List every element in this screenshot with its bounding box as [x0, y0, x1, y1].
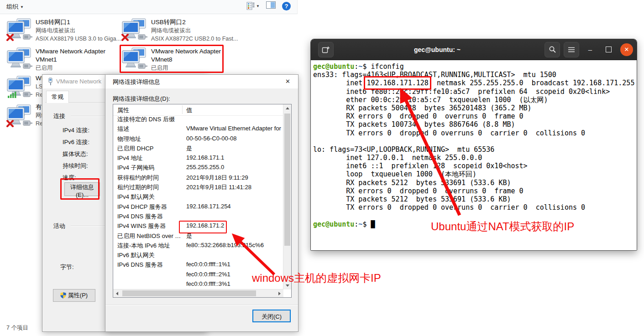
- connection-detail-label: IPv4 连接:: [63, 126, 89, 134]
- close-icon[interactable]: ✕: [277, 75, 298, 88]
- property-name: IPv4 子网掩码: [113, 164, 183, 172]
- property-value: 192.168.171.1: [183, 154, 224, 161]
- organize-menu-button[interactable]: 组织▼: [6, 3, 24, 11]
- view-options-button[interactable]: ▼: [246, 1, 260, 10]
- scroll-up-button[interactable]: [283, 104, 291, 112]
- minimize-button[interactable]: –: [583, 42, 597, 57]
- details-list-header: 属性 值: [113, 104, 283, 116]
- connection-details-dialog: 网络连接详细信息 ✕ 网络连接详细信息(D): 属性 值 连接特定的 DNS 后…: [105, 74, 298, 332]
- horizontal-scrollbar[interactable]: [113, 289, 283, 297]
- terminal-line: inet 127.0.0.1 netmask 255.0.0.0: [313, 154, 637, 162]
- terminal-line: inet 192.168.171.128 netmask 255.255.255…: [313, 79, 637, 87]
- terminal-cursor: █: [371, 220, 375, 228]
- property-row[interactable]: 已启用 DHCP是: [113, 145, 283, 154]
- column-property: 属性: [117, 106, 129, 114]
- preview-pane-icon: [266, 1, 276, 9]
- close-button[interactable]: 关闭(C): [252, 310, 291, 322]
- uac-shield-icon: [60, 292, 67, 299]
- adapter-item[interactable]: USB转网口2网络电缆被拔出ASIX AX88772C USB2.0 to Fa…: [151, 18, 247, 43]
- adapter-status-text: 已启用: [36, 64, 117, 72]
- property-value: 2021年9月18日 9:11:29: [183, 174, 248, 182]
- property-row[interactable]: IPv4 子网掩码255.255.255.0: [113, 164, 283, 173]
- preview-pane-button[interactable]: [266, 1, 276, 10]
- adapter-item[interactable]: USB转网口1网络电缆被拔出ASIX AX88179 USB 3.0 to Gi…: [36, 18, 131, 43]
- connection-detail-label: 持续时间:: [63, 162, 88, 170]
- close-button[interactable]: ✕: [620, 43, 633, 56]
- property-value: VMware Virtual Ethernet Adapter for: [183, 125, 281, 132]
- search-icon: [549, 46, 556, 53]
- properties-button[interactable]: 属性(P): [53, 289, 95, 302]
- network-device-icon: [47, 78, 53, 88]
- menu-button[interactable]: [564, 42, 579, 57]
- terminal-line: inet6 ::1 prefixlen 128 scopeid 0x10<hos…: [313, 162, 637, 170]
- property-name: IPv6 DNS 服务器: [113, 261, 183, 269]
- status-dialog-title: VMware Network: [56, 78, 101, 85]
- scrollbar-thumb[interactable]: [122, 290, 256, 296]
- rj45-connector-icon: [23, 92, 32, 97]
- terminal-line: TX errors 0 dropped 0 overruns 0 carrier…: [313, 203, 637, 212]
- details-dialog-title: 网络连接详细信息: [113, 78, 160, 86]
- terminal-line: RX errors 0 dropped 0 overruns 0 frame 0: [313, 187, 637, 195]
- property-name: 租约过期的时间: [113, 183, 183, 191]
- search-button[interactable]: [545, 42, 560, 57]
- property-name: IPv4 默认网关: [113, 193, 183, 201]
- property-value: fec0:0:0:ffff::1%1: [183, 261, 230, 268]
- property-name: 已启用 DHCP: [113, 145, 183, 153]
- terminal-line: RX packets 500438 bytes 365201483 (365.2…: [313, 104, 637, 112]
- details-list-label: 网络连接详细信息(D):: [113, 95, 170, 103]
- terminal-line: inet6 fe80::20c:29ff:fe10:a5c7 prefixlen…: [313, 88, 637, 96]
- details-dialog-titlebar[interactable]: 网络连接详细信息 ✕: [105, 75, 298, 88]
- rj45-connector-icon: [23, 64, 32, 68]
- rj45-connector-icon: [23, 35, 32, 39]
- explorer-toolbar: 组织▼ ▼ ?: [0, 0, 298, 14]
- help-icon[interactable]: ?: [282, 2, 291, 10]
- highlight-box-vmnet8: [120, 45, 224, 73]
- hamburger-menu-icon: [568, 47, 575, 53]
- activity-section-label: 活动: [53, 222, 65, 230]
- terminal-titlebar[interactable]: gec@ubuntu: ~ – ✕: [311, 39, 637, 60]
- property-name: IPv4 DHCP 服务器: [113, 203, 183, 211]
- terminal-title: gec@ubuntu: ~: [334, 46, 541, 53]
- property-row[interactable]: 获得租约的时间2021年9月18日 9:11:29: [113, 174, 283, 183]
- property-name: 描述: [113, 125, 183, 133]
- terminal-line: ens33: flags=4163<UP,BROADCAST,RUNNING,M…: [313, 71, 637, 79]
- highlighted-ip: 192.168.171.128: [367, 79, 428, 87]
- scroll-right-button[interactable]: [276, 289, 283, 297]
- property-name: 连接特定的 DNS 后缀: [113, 115, 183, 124]
- property-row[interactable]: IPv4 默认网关: [113, 193, 283, 202]
- terminal-line: gec@ubuntu:~$ ifconfig: [313, 62, 637, 71]
- items-count-label: 7 个项目: [6, 324, 28, 332]
- maximize-button[interactable]: [601, 42, 616, 57]
- terminal-line: lo: flags=73<UP,LOOPBACK,RUNNING> mtu 65…: [313, 145, 637, 154]
- property-row[interactable]: 连接-本地 IPv6 地址fe80::532:2668:b193:215c%6: [113, 242, 283, 251]
- terminal-line: RX packets 5212 bytes 533691 (533.6 KB): [313, 179, 637, 187]
- property-row[interactable]: 物理地址00-50-56-C0-00-08: [113, 135, 283, 145]
- property-value: 是: [183, 145, 192, 153]
- property-name: 已启用 NetBIOS over Tc...: [113, 232, 183, 240]
- property-row[interactable]: 租约过期的时间2021年9月18日 11:41:28: [113, 183, 283, 193]
- scrollbar-thumb[interactable]: [284, 114, 290, 246]
- terminal-line: [313, 212, 637, 220]
- new-tab-button[interactable]: [318, 42, 334, 57]
- network-adapter-icon: [6, 18, 33, 43]
- connection-detail-label: IPv6 连接:: [63, 138, 89, 146]
- property-value: 2021年9月18日 11:41:28: [183, 183, 251, 191]
- vertical-scrollbar[interactable]: [283, 104, 291, 289]
- property-value: 255.255.255.0: [183, 164, 224, 171]
- details-rows[interactable]: 连接特定的 DNS 后缀描述VMware Virtual Ethernet Ad…: [113, 115, 283, 289]
- tab-general[interactable]: 常规: [46, 91, 69, 103]
- terminal-line: loop txqueuelen 1000 (本地环回): [313, 170, 637, 178]
- property-row[interactable]: IPv6 默认网关: [113, 251, 283, 261]
- property-row[interactable]: 连接特定的 DNS 后缀: [113, 115, 283, 125]
- property-name: IPv4 地址: [113, 154, 183, 162]
- rj45-connector-icon: [138, 35, 147, 39]
- property-row[interactable]: 描述VMware Virtual Ethernet Adapter for: [113, 125, 283, 134]
- scroll-left-button[interactable]: [113, 289, 121, 297]
- property-row[interactable]: IPv4 地址192.168.171.1: [113, 154, 283, 164]
- property-row[interactable]: IPv6 DNS 服务器fec0:0:0:ffff::1%1: [113, 261, 283, 270]
- adapter-item[interactable]: VMware Network Adapter VMnet1已启用: [36, 47, 131, 72]
- connection-section-label: 连接: [53, 112, 65, 120]
- property-row[interactable]: IPv4 DHCP 服务器192.168.171.254: [113, 203, 283, 212]
- chevron-down-icon: ▼: [20, 5, 24, 9]
- highlight-box-wins-ip: [179, 221, 227, 233]
